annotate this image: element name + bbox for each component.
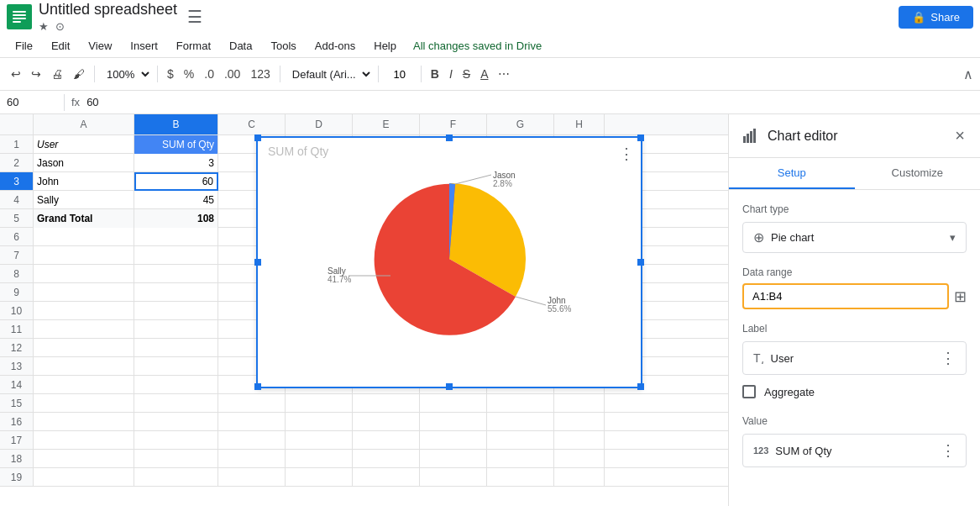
cell-r7c1[interactable] [34,246,134,265]
tab-setup[interactable]: Setup [729,158,855,189]
handle-bl[interactable] [254,383,261,390]
star-icon[interactable]: ★ [39,20,49,33]
redo-button[interactable]: ↪ [27,64,45,84]
row-num-9[interactable]: 9 [0,283,34,301]
row-num-19[interactable]: 19 [0,468,34,486]
cell-r14c2[interactable] [134,376,218,394]
cell-r5c1[interactable]: Grand Total [34,209,134,228]
handle-tr[interactable] [637,134,644,141]
formula-value[interactable]: 60 [86,96,98,108]
handle-bc[interactable] [446,383,453,390]
paint-format-button[interactable]: 🖌 [69,64,89,84]
row-num-17[interactable]: 17 [0,431,34,449]
cell-r18c1[interactable] [34,450,134,468]
row-num-7[interactable]: 7 [0,246,34,264]
cell-r10c2[interactable] [134,302,218,320]
tab-customize[interactable]: Customize [855,158,981,189]
chart-type-selector[interactable]: ⊕ Pie chart ▾ [742,222,967,253]
handle-ml[interactable] [254,259,261,266]
handle-tl[interactable] [254,134,261,141]
col-header-d[interactable]: D [286,114,353,134]
col-header-c[interactable]: C [218,114,286,134]
row-num-18[interactable]: 18 [0,450,34,467]
col-header-g[interactable]: G [487,114,554,134]
cell-r11c2[interactable] [134,320,218,339]
cell-r18c5[interactable] [353,450,420,468]
cell-r17c8[interactable] [554,431,605,450]
cell-r14c1[interactable] [34,376,134,394]
menu-insert[interactable]: Insert [122,38,166,54]
cell-r8c1[interactable] [34,265,134,283]
folder-icon[interactable]: ⊙ [55,20,65,33]
row-num-6[interactable]: 6 [0,228,34,245]
menu-data[interactable]: Data [221,38,260,54]
cell-r12c1[interactable] [34,339,134,357]
row-num-5[interactable]: 5 [0,209,34,227]
col-header-a[interactable]: A [34,114,134,134]
cell-r17c2[interactable] [134,431,218,450]
cell-r17c7[interactable] [487,431,554,450]
aggregate-checkbox[interactable] [742,385,756,398]
print-button[interactable]: 🖨 [47,64,67,84]
editor-close-button[interactable]: × [953,124,967,147]
cell-r8c2[interactable] [134,265,218,283]
chart-container[interactable]: SUM of Qty ⋮ Jason 2.8% Joh [256,136,642,388]
menu-tools[interactable]: Tools [262,38,304,54]
cell-r2c1[interactable]: Jason [34,154,134,172]
cell-r19c3[interactable] [218,468,286,487]
decimal-increase-button[interactable]: .00 [220,64,244,84]
data-range-input[interactable] [742,283,949,309]
menu-help[interactable]: Help [365,38,405,54]
font-size-input[interactable] [384,66,416,83]
handle-mr[interactable] [637,259,644,266]
cell-r19c6[interactable] [420,468,487,487]
font-select[interactable]: Default (Ari... [286,66,373,83]
menu-file[interactable]: File [7,38,41,54]
cell-r17c5[interactable] [353,431,420,450]
share-button[interactable]: 🔒 Share [899,6,973,29]
label-row[interactable]: T͵ User ⋮ [742,341,967,375]
cell-r10c1[interactable] [34,302,134,320]
cell-r18c3[interactable] [218,450,286,468]
handle-br[interactable] [637,383,644,390]
cell-r16c2[interactable] [134,413,218,431]
cell-r4c2[interactable]: 45 [134,191,218,209]
menu-edit[interactable]: Edit [43,38,78,54]
cell-r13c2[interactable] [134,357,218,376]
cell-r3c1[interactable]: John [34,172,134,191]
cell-r6c2[interactable] [134,228,218,246]
cell-r3c2[interactable]: 60 [134,172,218,191]
cell-r9c1[interactable] [34,283,134,302]
cell-r18c8[interactable] [554,450,605,468]
menu-addons[interactable]: Add-ons [307,38,364,54]
row-num-8[interactable]: 8 [0,265,34,282]
cell-r1c1[interactable]: User [34,135,134,154]
cell-r13c1[interactable] [34,357,134,376]
col-header-f[interactable]: F [420,114,487,134]
value-menu-icon[interactable]: ⋮ [941,441,956,460]
percent-button[interactable]: % [180,64,198,84]
cell-r16c4[interactable] [286,413,353,431]
cell-r16c1[interactable] [34,413,134,431]
format-123-button[interactable]: 123 [246,64,274,84]
col-header-h[interactable]: H [554,114,605,134]
cell-r18c6[interactable] [420,450,487,468]
handle-tc[interactable] [446,134,453,141]
cell-r16c3[interactable] [218,413,286,431]
collapse-toolbar-button[interactable]: ∧ [963,66,973,82]
row-num-2[interactable]: 2 [0,154,34,171]
cell-r17c6[interactable] [420,431,487,450]
row-num-14[interactable]: 14 [0,376,34,393]
cell-r15c2[interactable] [134,394,218,413]
more-formats-button[interactable]: ⋯ [494,64,514,84]
row-num-10[interactable]: 10 [0,302,34,319]
cell-r16c8[interactable] [554,413,605,431]
cell-r2c2[interactable]: 3 [134,154,218,172]
hamburger-menu-button[interactable]: ☰ [184,3,206,30]
cell-r15c4[interactable] [286,394,353,413]
cell-r9c2[interactable] [134,283,218,302]
cell-r5c2[interactable]: 108 [134,209,218,228]
row-num-3[interactable]: 3 [0,172,34,190]
cell-r6c1[interactable] [34,228,134,246]
row-num-13[interactable]: 13 [0,357,34,375]
